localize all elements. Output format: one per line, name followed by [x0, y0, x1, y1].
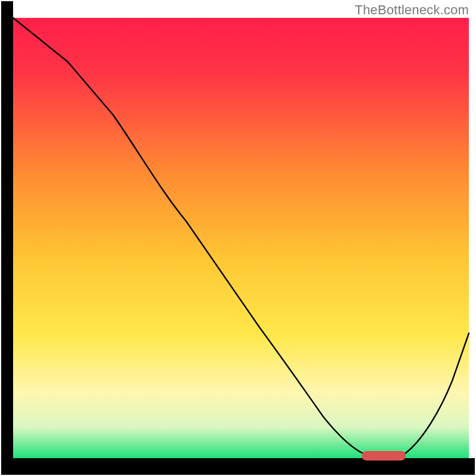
chart-svg: [0, 0, 476, 476]
bottleneck-chart: TheBottleneck.com: [0, 0, 476, 476]
x-axis-bar: [7, 458, 475, 475]
y-axis-bar: [1, 1, 13, 475]
watermark-text: TheBottleneck.com: [355, 2, 469, 18]
gradient-background: [13, 18, 469, 458]
optimal-range-marker: [362, 451, 406, 461]
plot-area: [1, 1, 475, 475]
